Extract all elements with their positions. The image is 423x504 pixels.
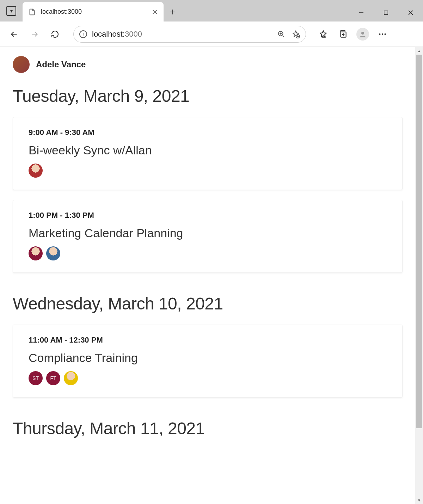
attendee-avatar	[64, 371, 78, 385]
browser-toolbar: i localhost:3000	[0, 21, 423, 47]
svg-point-7	[384, 33, 386, 35]
event-title: Bi-weekly Sync w/Allan	[29, 143, 387, 157]
zoom-icon[interactable]	[277, 30, 285, 38]
attendee-avatar	[46, 246, 60, 260]
scroll-down-button[interactable]: ▼	[415, 496, 423, 504]
svg-rect-0	[384, 11, 388, 15]
user-name: Adele Vance	[36, 60, 86, 69]
day-block: Wednesday, March 10, 202111:00 AM - 12:3…	[13, 294, 403, 398]
profile-button[interactable]	[355, 26, 371, 42]
day-heading: Thursday, March 11, 2021	[13, 419, 403, 438]
site-info-icon[interactable]: i	[79, 30, 87, 38]
svg-point-4	[361, 32, 364, 35]
attendee-list: STFT	[29, 371, 387, 385]
event-time: 9:00 AM - 9:30 AM	[29, 128, 387, 137]
browser-chrome: ▾ localhost:3000	[0, 0, 423, 47]
attendee-avatar	[29, 164, 43, 178]
scroll-thumb[interactable]	[416, 55, 422, 428]
refresh-button[interactable]	[46, 25, 64, 43]
url-text: localhost:3000	[92, 30, 142, 39]
event-card[interactable]: 9:00 AM - 9:30 AMBi-weekly Sync w/Allan	[13, 117, 403, 190]
minimize-button[interactable]	[349, 6, 374, 20]
profile-icon	[356, 28, 369, 41]
day-block: Tuesday, March 9, 20219:00 AM - 9:30 AMB…	[13, 86, 403, 273]
tab-actions-icon: ▾	[6, 6, 16, 16]
svg-point-6	[382, 33, 383, 35]
page-icon	[28, 8, 36, 16]
user-header: Adele Vance	[13, 56, 403, 73]
scroll-up-button[interactable]: ▲	[415, 47, 423, 55]
event-title: Compliance Training	[29, 351, 387, 365]
attendee-list	[29, 246, 387, 260]
new-tab-button[interactable]	[164, 2, 181, 21]
collections-button[interactable]	[335, 26, 351, 42]
attendee-list	[29, 164, 387, 178]
event-time: 11:00 AM - 12:30 PM	[29, 336, 387, 345]
tab-strip: ▾ localhost:3000	[0, 0, 423, 21]
event-title: Marketing Calendar Planning	[29, 226, 387, 240]
window-controls	[349, 2, 423, 21]
avatar	[13, 56, 30, 73]
browser-tab[interactable]: localhost:3000	[23, 2, 164, 21]
url-port: 3000	[125, 30, 142, 38]
event-card[interactable]: 11:00 AM - 12:30 PMCompliance TrainingST…	[13, 325, 403, 398]
maximize-button[interactable]	[374, 6, 398, 20]
add-favorite-icon[interactable]	[292, 30, 300, 38]
page-content: Adele Vance Tuesday, March 9, 20219:00 A…	[0, 47, 415, 504]
day-heading: Wednesday, March 10, 2021	[13, 294, 403, 313]
event-card[interactable]: 1:00 PM - 1:30 PMMarketing Calendar Plan…	[13, 200, 403, 273]
day-block: Thursday, March 11, 2021	[13, 419, 403, 438]
tab-actions-button[interactable]: ▾	[0, 0, 23, 21]
more-button[interactable]	[374, 26, 391, 42]
attendee-initials: ST	[29, 371, 43, 385]
favorites-button[interactable]	[315, 26, 331, 42]
forward-button[interactable]	[25, 25, 44, 43]
close-tab-button[interactable]	[152, 9, 158, 15]
url-host: localhost:	[92, 30, 125, 38]
svg-point-5	[379, 33, 380, 35]
event-time: 1:00 PM - 1:30 PM	[29, 211, 387, 220]
attendee-avatar	[29, 246, 43, 260]
tab-title: localhost:3000	[41, 8, 147, 16]
address-bar[interactable]: i localhost:3000	[73, 26, 306, 43]
day-heading: Tuesday, March 9, 2021	[13, 86, 403, 106]
close-window-button[interactable]	[398, 6, 423, 20]
attendee-initials: FT	[46, 371, 60, 385]
back-button[interactable]	[5, 25, 23, 43]
vertical-scrollbar[interactable]: ▲ ▼	[415, 47, 423, 504]
